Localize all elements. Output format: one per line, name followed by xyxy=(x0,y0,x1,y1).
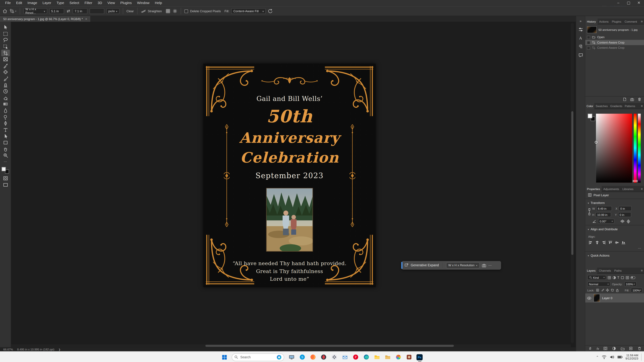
new-snapshot-icon[interactable] xyxy=(630,97,634,101)
flip-horizontal-icon[interactable] xyxy=(620,219,625,223)
quick-actions-header[interactable]: ▾Quick Actions xyxy=(585,252,644,258)
filter-toggle-switch[interactable] xyxy=(630,276,635,279)
paragraph-panel-icon[interactable] xyxy=(578,44,583,49)
more-options-button[interactable]: ··· xyxy=(488,264,492,267)
filter-pixel-layers-icon[interactable] xyxy=(608,276,611,279)
pen-tool[interactable] xyxy=(1,120,10,126)
crop-resolution-input[interactable] xyxy=(90,8,104,14)
zoom-tool[interactable] xyxy=(1,152,10,159)
history-step-open[interactable]: Open xyxy=(585,34,644,40)
align-bottom-edges-icon[interactable] xyxy=(620,240,626,245)
vertical-scrollbar[interactable] xyxy=(571,23,574,343)
tab-swatches[interactable]: Swatches xyxy=(594,103,609,109)
layer-name[interactable]: Layer 0 xyxy=(602,296,612,300)
tab-channels[interactable]: Channels xyxy=(597,268,613,274)
history-brush-tool[interactable] xyxy=(1,88,10,94)
crop-overlay-icon[interactable] xyxy=(166,8,170,13)
path-selection-tool[interactable] xyxy=(1,133,10,139)
y-input[interactable]: 0 in xyxy=(618,212,631,217)
spot-healing-brush-tool[interactable] xyxy=(1,69,10,75)
eraser-tool[interactable] xyxy=(1,95,10,101)
align-top-edges-icon[interactable] xyxy=(608,240,613,245)
tab-gradients[interactable]: Gradients xyxy=(609,103,624,109)
taskbar-search-box[interactable]: Search xyxy=(232,353,284,361)
edit-toolbar-icon[interactable]: ··· xyxy=(1,159,10,165)
tab-layers[interactable]: Layers xyxy=(585,268,597,274)
menu-image[interactable]: Image xyxy=(25,0,40,6)
rectangular-marquee-tool[interactable] xyxy=(1,31,10,37)
delete-cropped-pixels-checkbox[interactable] xyxy=(184,9,188,13)
foreground-color-swatch[interactable] xyxy=(588,114,592,118)
clear-button[interactable]: Clear xyxy=(126,9,134,13)
color-panel-swatches[interactable] xyxy=(588,114,595,121)
lock-image-pixels-icon[interactable] xyxy=(601,289,604,292)
taskbar-clock[interactable]: 11:59 AM 9/12/2023 xyxy=(626,354,638,361)
wifi-icon[interactable] xyxy=(602,355,606,359)
lock-transparent-pixels-icon[interactable] xyxy=(596,289,599,292)
filter-adjustment-layers-icon[interactable] xyxy=(612,276,616,279)
poster-document[interactable]: Gail and Bill Wells’ 50th Anniversary Ce… xyxy=(203,64,376,287)
quick-mask-icon[interactable] xyxy=(1,175,10,182)
layer-row-layer-0[interactable]: Layer 0 xyxy=(585,294,644,303)
menu-3d[interactable]: 3D xyxy=(95,0,105,6)
width-input[interactable]: 8.49 in xyxy=(596,206,612,211)
clone-stamp-tool[interactable] xyxy=(1,82,10,88)
menu-window[interactable]: Window xyxy=(134,0,152,6)
filter-type-layers-icon[interactable]: T xyxy=(617,276,619,279)
zoom-level-field[interactable]: 66.67% xyxy=(3,348,13,351)
show-desktop-strip[interactable] xyxy=(641,354,642,361)
app-firefox-icon[interactable] xyxy=(309,354,316,361)
add-layer-mask-icon[interactable] xyxy=(604,347,608,351)
lock-all-icon[interactable] xyxy=(616,288,619,292)
hue-slider[interactable] xyxy=(634,114,636,183)
snapshot-icon[interactable] xyxy=(482,263,486,267)
maximize-button[interactable]: ▢ xyxy=(624,0,634,6)
app-folder-icon[interactable] xyxy=(384,354,391,361)
app-settings-icon[interactable] xyxy=(330,354,338,361)
new-adjustment-layer-icon[interactable] xyxy=(612,347,616,351)
tab-properties[interactable]: Properties xyxy=(585,186,602,192)
x-input[interactable]: 0 in xyxy=(619,206,632,211)
app-opera-icon[interactable] xyxy=(320,354,327,361)
link-layers-icon[interactable] xyxy=(588,347,592,351)
saturation-brightness-picker[interactable] xyxy=(596,114,632,183)
tab-color[interactable]: Color xyxy=(585,103,594,109)
gradient-tool[interactable] xyxy=(1,101,10,107)
close-button[interactable]: ✕ xyxy=(634,0,644,6)
menu-file[interactable]: File xyxy=(2,0,14,6)
menu-layer[interactable]: Layer xyxy=(40,0,54,6)
lock-position-icon[interactable] xyxy=(606,289,609,292)
move-tool[interactable] xyxy=(1,24,10,30)
history-snapshot-row[interactable]: 50 anniversary program - 1.jpg xyxy=(585,25,644,34)
history-source-box[interactable] xyxy=(587,35,590,39)
menu-filter[interactable]: Filter xyxy=(82,0,95,6)
swap-dimensions-icon[interactable] xyxy=(66,9,70,13)
fill-mode-dropdown[interactable]: Content-Aware Fill▾ xyxy=(231,8,266,14)
tab-actions[interactable]: Actions xyxy=(598,18,610,24)
battery-icon[interactable] xyxy=(617,356,622,359)
app-edge-icon[interactable] xyxy=(362,354,370,361)
menu-view[interactable]: View xyxy=(105,0,118,6)
menu-edit[interactable]: Edit xyxy=(14,0,25,6)
reset-icon[interactable] xyxy=(268,8,273,13)
tab-comment[interactable]: Comment xyxy=(623,18,639,24)
align-horizontal-centers-icon[interactable] xyxy=(594,240,600,245)
opacity-input[interactable]: 100%▾ xyxy=(624,282,636,286)
crop-tool[interactable] xyxy=(1,50,10,56)
filter-smart-objects-icon[interactable] xyxy=(626,276,629,279)
adjustments-panel-icon[interactable] xyxy=(578,27,583,32)
resolution-unit-dropdown[interactable]: px/in▾ xyxy=(106,8,120,14)
tab-history[interactable]: History xyxy=(585,18,598,24)
app-installer-icon[interactable] xyxy=(405,354,412,361)
history-source-box[interactable] xyxy=(587,41,590,44)
rectangle-tool[interactable] xyxy=(1,139,10,146)
link-dimensions-icon[interactable] xyxy=(588,207,591,216)
expand-preset-dropdown[interactable]: W x H x Resolution▾ xyxy=(446,262,480,269)
volume-icon[interactable] xyxy=(610,355,614,359)
height-input[interactable]: 10.99 in xyxy=(596,212,611,217)
foreground-color-swatch[interactable] xyxy=(2,167,6,171)
layer-visibility-eye-icon[interactable] xyxy=(587,296,592,300)
color-ramp[interactable] xyxy=(638,114,641,183)
fill-input[interactable]: 100%▾ xyxy=(631,288,642,293)
dodge-tool[interactable] xyxy=(1,114,10,120)
